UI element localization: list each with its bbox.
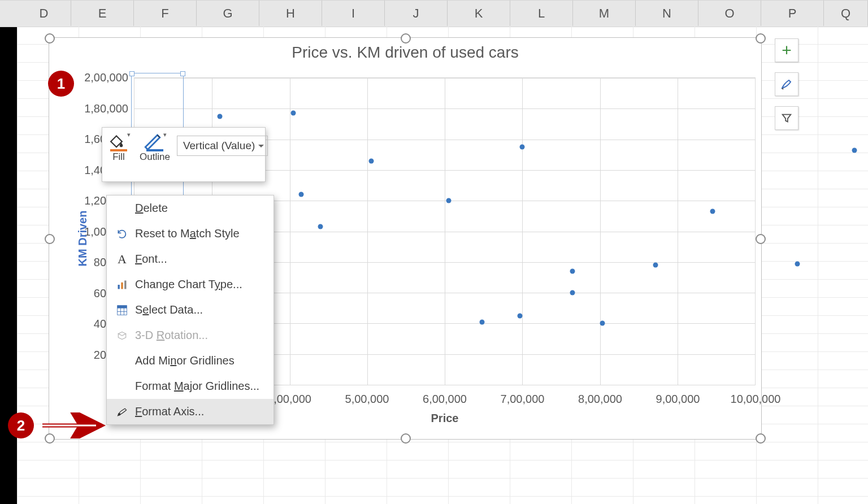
column-header-O[interactable]: O	[698, 1, 761, 27]
scatter-point[interactable]	[570, 290, 575, 296]
resize-handle[interactable]	[756, 234, 766, 244]
fill-button[interactable]: ▾ Fill	[102, 128, 135, 163]
annotation-badge-2: 2	[8, 412, 34, 438]
column-header-H[interactable]: H	[259, 1, 322, 27]
chart-styles-button[interactable]	[775, 72, 798, 96]
column-header-D[interactable]: D	[17, 1, 71, 27]
column-header-row: DEFGHIJKLMNOPQ	[0, 0, 868, 27]
y-axis-title[interactable]: KM Driven	[76, 211, 89, 267]
menu-add-minor-gridlines[interactable]: Add Minor Gridlines	[107, 348, 274, 373]
scatter-point[interactable]	[217, 114, 222, 119]
annotation-arrow	[40, 412, 110, 438]
menu-reset[interactable]: Reset to Match Style	[107, 221, 274, 246]
scatter-point[interactable]	[299, 192, 304, 197]
chart-filter-button[interactable]	[775, 106, 798, 130]
menu-format-major-gridlines[interactable]: Format Major Gridlines...	[107, 373, 274, 399]
fill-label: Fill	[112, 151, 125, 163]
menu-3d-rotation: 3-D Rotation...	[107, 323, 274, 348]
scatter-point[interactable]	[291, 111, 296, 116]
column-header-J[interactable]: J	[385, 1, 448, 27]
scatter-point[interactable]	[710, 209, 715, 214]
context-menu: Delete Reset to Match Style AFont... Cha…	[106, 195, 274, 425]
menu-format-axis[interactable]: Format Axis...	[107, 399, 274, 424]
scatter-point[interactable]	[653, 263, 658, 268]
scatter-point[interactable]	[570, 269, 575, 274]
scatter-point[interactable]	[852, 147, 857, 153]
column-header-I[interactable]: I	[322, 1, 385, 27]
scatter-point[interactable]	[795, 261, 800, 266]
scatter-point[interactable]	[446, 198, 451, 203]
menu-font[interactable]: AFont...	[107, 246, 274, 272]
resize-handle[interactable]	[401, 433, 411, 444]
chart-element-selector[interactable]: Vertical (Value)	[177, 136, 268, 156]
svg-rect-1	[121, 282, 123, 289]
column-header-K[interactable]: K	[448, 1, 510, 27]
column-header-E[interactable]: E	[71, 1, 134, 27]
resize-handle[interactable]	[756, 433, 766, 444]
column-header-Q[interactable]: Q	[824, 1, 868, 27]
resize-handle[interactable]	[401, 33, 411, 44]
scatter-point[interactable]	[518, 313, 523, 318]
mini-toolbar: ▾ Fill ▾ Outline Vertical (Value)	[102, 127, 266, 182]
scatter-point[interactable]	[479, 319, 484, 324]
menu-change-chart-type[interactable]: Change Chart Type...	[107, 272, 274, 297]
resize-handle[interactable]	[45, 234, 55, 244]
svg-point-8	[118, 413, 120, 415]
column-header-P[interactable]: P	[761, 1, 824, 27]
svg-rect-2	[124, 280, 126, 289]
column-header-N[interactable]: N	[636, 1, 698, 27]
outline-button[interactable]: ▾ Outline	[135, 128, 175, 163]
annotation-badge-1: 1	[48, 71, 74, 97]
column-header-M[interactable]: M	[573, 1, 636, 27]
svg-rect-4	[118, 305, 127, 308]
column-header-G[interactable]: G	[197, 1, 259, 27]
scatter-point[interactable]	[368, 158, 374, 163]
resize-handle[interactable]	[45, 33, 55, 44]
scatter-point[interactable]	[600, 321, 605, 326]
menu-delete[interactable]: Delete	[107, 195, 274, 221]
chart-title[interactable]: Price vs. KM driven of used cars	[49, 44, 761, 62]
svg-rect-0	[118, 285, 120, 289]
outline-label: Outline	[140, 151, 170, 163]
scatter-point[interactable]	[520, 145, 525, 150]
column-header-F[interactable]: F	[134, 1, 197, 27]
column-header-L[interactable]: L	[510, 1, 573, 27]
chart-elements-button[interactable]: +	[775, 38, 798, 62]
menu-select-data[interactable]: Select Data...	[107, 297, 274, 323]
resize-handle[interactable]	[756, 33, 766, 44]
scatter-point[interactable]	[318, 224, 323, 229]
